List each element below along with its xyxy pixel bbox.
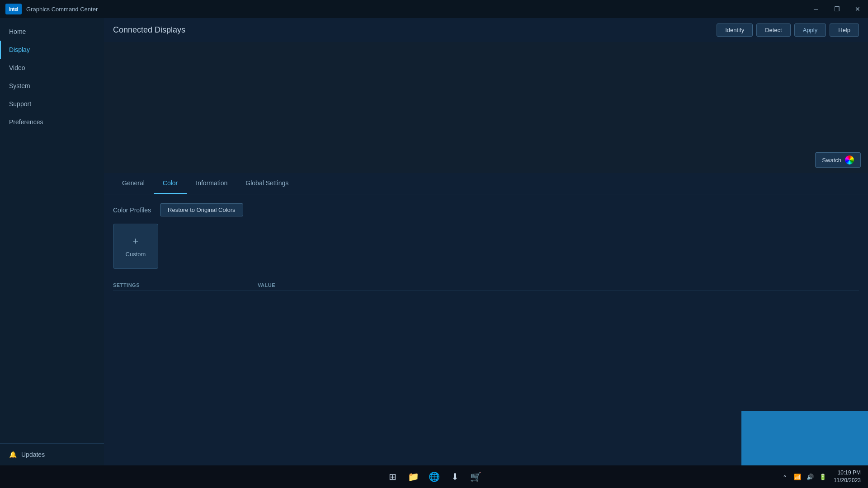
windows-start-button[interactable]: ⊞ — [383, 468, 401, 486]
restore-button[interactable]: ❐ — [826, 0, 847, 18]
tray-chevron[interactable]: ^ — [779, 471, 790, 482]
settings-column-header: SETTINGS — [113, 282, 249, 288]
battery-icon[interactable]: 🔋 — [817, 471, 828, 482]
intel-logo: intel — [5, 4, 22, 14]
swatch-color-icon — [845, 155, 854, 164]
tab-global-settings[interactable]: Global Settings — [236, 173, 297, 194]
updates-label: Updates — [21, 451, 45, 458]
tabs-bar: General Color Information Global Setting… — [104, 173, 868, 194]
clock-area[interactable]: 10:19 PM 11/20/2023 — [834, 469, 861, 484]
tab-general[interactable]: General — [113, 173, 154, 194]
edge-button[interactable]: 🌐 — [425, 468, 443, 486]
settings-table-header: SETTINGS VALUE — [113, 280, 859, 291]
taskbar-right-area: ^ 📶 🔊 🔋 10:19 PM 11/20/2023 — [779, 469, 861, 484]
volume-icon[interactable]: 🔊 — [805, 471, 816, 482]
system-tray: ^ 📶 🔊 🔋 — [779, 471, 828, 482]
page-title: Connected Displays — [113, 25, 185, 35]
sidebar-item-support[interactable]: Support — [0, 95, 104, 113]
sidebar-item-home[interactable]: Home — [0, 23, 104, 41]
apply-button[interactable]: Apply — [794, 23, 826, 37]
sidebar-item-display[interactable]: Display — [0, 41, 104, 59]
sidebar: Home Display Video System Support Prefer… — [0, 18, 104, 465]
title-bar-left: intel Graphics Command Center — [5, 4, 98, 14]
time-display: 10:19 PM — [834, 469, 861, 477]
identify-button[interactable]: Identify — [717, 23, 753, 37]
header-action-buttons: Identify Detect Apply Help — [717, 23, 859, 37]
color-profiles-label: Color Profiles — [113, 206, 151, 214]
main-content: Connected Displays Identify Detect Apply… — [104, 18, 868, 465]
close-button[interactable]: ✕ — [847, 0, 868, 18]
minimize-button[interactable]: ─ — [806, 0, 826, 18]
sidebar-item-preferences[interactable]: Preferences — [0, 113, 104, 131]
taskbar: ⊞ 📁 🌐 ⬇ 🛒 ^ 📶 🔊 🔋 10:19 PM 11/20/2023 — [0, 465, 868, 488]
swatch-label: Swatch — [822, 157, 841, 164]
profile-cards-list: + Custom — [113, 224, 859, 269]
file-explorer-button[interactable]: 📁 — [404, 468, 422, 486]
add-profile-icon: + — [133, 235, 139, 247]
download-button[interactable]: ⬇ — [446, 468, 464, 486]
file-explorer-icon: 📁 — [408, 471, 419, 482]
display-preview: Swatch — [104, 42, 868, 173]
window-controls: ─ ❐ ✕ — [806, 0, 868, 18]
wifi-icon[interactable]: 📶 — [792, 471, 803, 482]
value-column-header: VALUE — [258, 282, 275, 288]
sidebar-system-label: System — [9, 82, 30, 89]
tab-global-settings-label: Global Settings — [245, 179, 288, 187]
page-header: Connected Displays Identify Detect Apply… — [104, 18, 868, 42]
title-bar: intel Graphics Command Center ─ ❐ ✕ — [0, 0, 868, 18]
sidebar-preferences-label: Preferences — [9, 118, 43, 126]
custom-profile-label: Custom — [126, 251, 146, 258]
swatch-button[interactable]: Swatch — [815, 152, 861, 168]
sidebar-home-label: Home — [9, 28, 26, 35]
store-button[interactable]: 🛒 — [467, 468, 485, 486]
restore-original-colors-button[interactable]: Restore to Original Colors — [160, 203, 243, 216]
store-icon: 🛒 — [470, 471, 481, 482]
sidebar-nav: Home Display Video System Support Prefer… — [0, 18, 104, 443]
bottom-right-color-swatch — [741, 411, 868, 465]
app-title-text: Graphics Command Center — [26, 6, 98, 13]
detect-button[interactable]: Detect — [756, 23, 791, 37]
sidebar-video-label: Video — [9, 64, 25, 71]
windows-icon: ⊞ — [389, 471, 396, 482]
edge-icon: 🌐 — [429, 471, 440, 482]
tab-color[interactable]: Color — [154, 173, 187, 194]
sidebar-support-label: Support — [9, 100, 31, 108]
download-icon: ⬇ — [451, 471, 459, 482]
sidebar-item-system[interactable]: System — [0, 77, 104, 95]
date-display: 11/20/2023 — [834, 477, 861, 484]
color-profiles-header: Color Profiles Restore to Original Color… — [113, 203, 859, 216]
custom-profile-card[interactable]: + Custom — [113, 224, 158, 269]
sidebar-item-video[interactable]: Video — [0, 59, 104, 77]
tab-information-label: Information — [196, 179, 227, 187]
taskbar-icons: ⊞ 📁 🌐 ⬇ 🛒 — [383, 468, 485, 486]
help-button[interactable]: Help — [830, 23, 859, 37]
tab-color-label: Color — [163, 179, 178, 187]
bell-icon: 🔔 — [9, 451, 17, 458]
tab-general-label: General — [122, 179, 145, 187]
tab-information[interactable]: Information — [187, 173, 236, 194]
sidebar-display-label: Display — [9, 46, 30, 53]
updates-section[interactable]: 🔔 Updates — [0, 443, 104, 465]
